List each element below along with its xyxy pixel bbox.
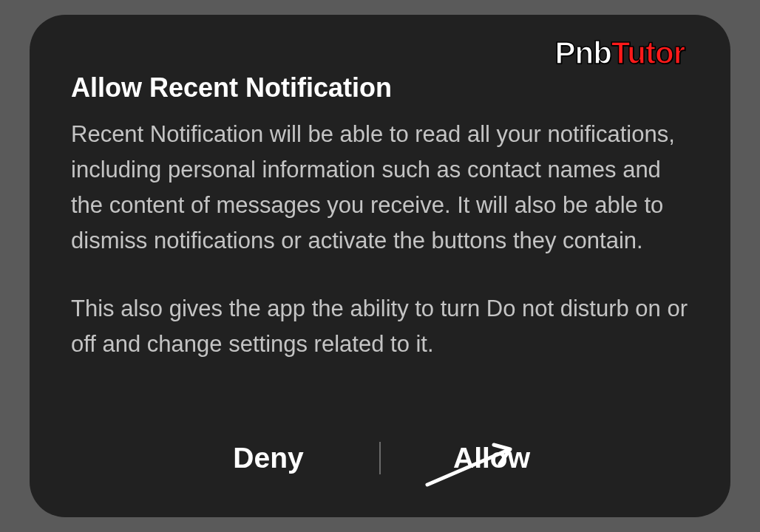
dialog-title: Allow Recent Notification [71,72,689,103]
dialog-actions: Deny Allow [30,434,730,482]
logo-text-tutor: Tutor [611,35,685,70]
dialog-body: Recent Notification will be able to read… [71,117,689,362]
allow-button[interactable]: Allow [381,434,603,482]
permission-dialog: PnbTutor Allow Recent Notification Recen… [30,15,730,517]
dialog-paragraph-1: Recent Notification will be able to read… [71,117,689,259]
dialog-paragraph-2: This also gives the app the ability to t… [71,291,689,362]
logo-text-pnb: Pnb [554,35,611,70]
brand-logo: PnbTutor [554,35,685,71]
deny-button[interactable]: Deny [157,434,379,482]
